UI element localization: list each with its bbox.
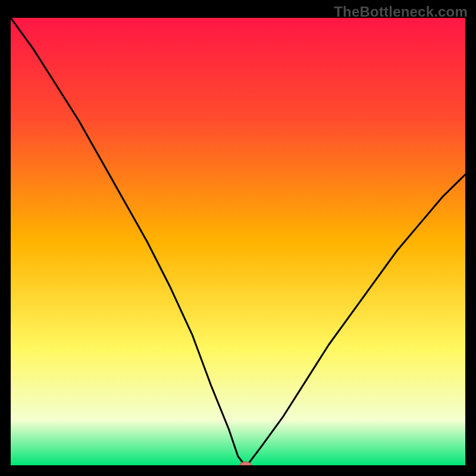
chart-svg <box>11 18 465 465</box>
watermark-text: TheBottleneck.com <box>334 4 468 20</box>
plot-area <box>11 18 465 465</box>
chart-container: TheBottleneck.com <box>0 0 476 476</box>
gradient-background <box>11 18 465 465</box>
